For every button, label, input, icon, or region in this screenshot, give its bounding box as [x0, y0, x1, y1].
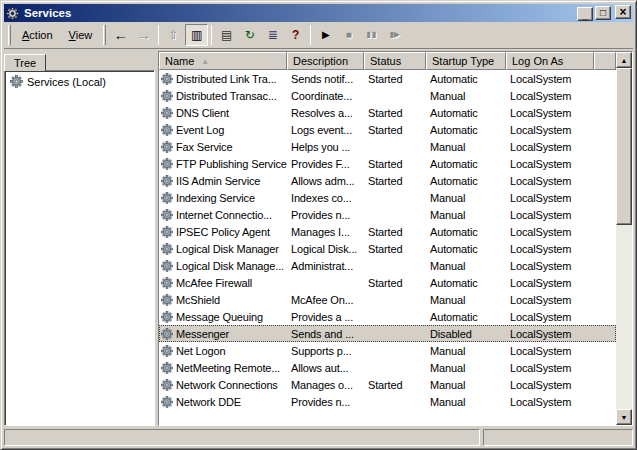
table-row[interactable]: NetMeeting Remote...Allows aut...ManualL… [159, 359, 616, 376]
close-button[interactable]: × [615, 5, 631, 19]
table-row[interactable]: IIS Admin ServiceAllows adm...StartedAut… [159, 172, 616, 189]
cell-log-on-as: LocalSystem [506, 362, 616, 374]
table-row[interactable]: Distributed Transac...Coordinate...Manua… [159, 87, 616, 104]
table-row[interactable]: Net LogonSupports p...ManualLocalSystem [159, 342, 616, 359]
table-row[interactable]: FTP Publishing ServiceProvides F...Start… [159, 155, 616, 172]
scroll-down-button[interactable]: ▼ [616, 409, 632, 425]
forward-button[interactable]: → [132, 24, 155, 46]
cell-name: Distributed Transac... [159, 90, 287, 102]
services-window: Services _□× ActionView ←→⇧▥▤↻≣?▶■▮▮▮▶ T… [0, 0, 637, 450]
service-name: Message Queuing [176, 311, 263, 323]
list-body: Distributed Link Tra...Sends notif...Sta… [159, 70, 616, 425]
table-row[interactable]: Internet Connectio...Provides n...Manual… [159, 206, 616, 223]
cell-log-on-as: LocalSystem [506, 379, 616, 391]
show-hide-console-tree-icon: ▥ [191, 29, 202, 41]
column-header-status[interactable]: Status [364, 52, 426, 70]
service-gear-icon [161, 141, 173, 153]
table-row[interactable]: Distributed Link Tra...Sends notif...Sta… [159, 70, 616, 87]
cell-log-on-as: LocalSystem [506, 124, 616, 136]
back-button[interactable]: ← [109, 24, 132, 46]
up-one-level-button[interactable]: ⇧ [162, 24, 185, 46]
sort-ascending-icon: ▲ [201, 57, 209, 66]
tab-tree[interactable]: Tree [4, 54, 46, 71]
table-row[interactable]: IPSEC Policy AgentManages I...StartedAut… [159, 223, 616, 240]
title-bar[interactable]: Services _□× [4, 4, 633, 22]
service-gear-icon [161, 260, 173, 272]
cell-description: Provides a ... [287, 311, 364, 323]
table-row[interactable]: McAfee FirewallStartedAutomaticLocalSyst… [159, 274, 616, 291]
tree-item-services-local[interactable]: Services (Local) [5, 71, 154, 90]
service-gear-icon [161, 243, 173, 255]
menu-view[interactable]: View [61, 25, 101, 45]
cell-name: McAfee Firewall [159, 277, 287, 289]
pause-service-button[interactable]: ▮▮ [360, 24, 383, 46]
list-main: Name▲DescriptionStatusStartup TypeLog On… [159, 52, 616, 425]
cell-status: Started [364, 73, 426, 85]
service-name: Indexing Service [176, 192, 255, 204]
up-one-level-icon: ⇧ [169, 29, 179, 41]
band-grip[interactable] [103, 25, 106, 45]
status-bar [4, 426, 633, 446]
cell-log-on-as: LocalSystem [506, 396, 616, 408]
cell-name: IIS Admin Service [159, 175, 287, 187]
service-gear-icon [161, 328, 173, 340]
table-row[interactable]: Indexing ServiceIndexes co...ManualLocal… [159, 189, 616, 206]
cell-description: Provides n... [287, 396, 364, 408]
tree-view: Services (Local) [4, 70, 155, 426]
scroll-up-button[interactable]: ▲ [616, 52, 632, 68]
help-icon: ? [292, 29, 299, 41]
service-gear-icon [161, 192, 173, 204]
start-service-button[interactable]: ▶ [314, 24, 337, 46]
service-gear-icon [161, 311, 173, 323]
cell-startup-type: Automatic [426, 158, 506, 170]
scrollbar-thumb[interactable] [616, 68, 632, 225]
cell-startup-type: Automatic [426, 243, 506, 255]
scrollbar-track[interactable] [616, 68, 632, 409]
service-gear-icon [161, 175, 173, 187]
table-row[interactable]: Fax ServiceHelps you ...ManualLocalSyste… [159, 138, 616, 155]
cell-description: Coordinate... [287, 90, 364, 102]
minimize-button[interactable]: _ [577, 7, 593, 21]
service-name: NetMeeting Remote... [176, 362, 280, 374]
table-row[interactable]: MessengerSends and ...DisabledLocalSyste… [159, 325, 616, 342]
table-row[interactable]: Event LogLogs event...StartedAutomaticLo… [159, 121, 616, 138]
column-header-log-on-as[interactable]: Log On As [506, 52, 594, 70]
table-row[interactable]: DNS ClientResolves a...StartedAutomaticL… [159, 104, 616, 121]
cell-name: Logical Disk Manager [159, 243, 287, 255]
main-area: Tree Services (Local) Name▲DescriptionSt… [4, 49, 633, 426]
export-list-button[interactable]: ≣ [261, 24, 284, 46]
cell-name: IPSEC Policy Agent [159, 226, 287, 238]
column-header-description[interactable]: Description [287, 52, 364, 70]
restart-service-button[interactable]: ▮▶ [383, 24, 406, 46]
cell-startup-type: Automatic [426, 277, 506, 289]
service-name: Distributed Link Tra... [176, 73, 276, 85]
cell-description: Manages o... [287, 379, 364, 391]
table-row[interactable]: Network DDEProvides n...ManualLocalSyste… [159, 393, 616, 410]
band-grip[interactable] [8, 25, 11, 45]
table-row[interactable]: McShieldMcAfee On...ManualLocalSystem [159, 291, 616, 308]
toolbar-separator [158, 25, 159, 45]
column-label: Startup Type [432, 55, 494, 67]
table-row[interactable]: Logical Disk Manage...Administrat...Manu… [159, 257, 616, 274]
maximize-button[interactable]: □ [595, 6, 611, 20]
cell-status: Started [364, 379, 426, 391]
help-button[interactable]: ? [284, 24, 307, 46]
vertical-scrollbar: ▲ ▼ [616, 52, 632, 425]
stop-service-button[interactable]: ■ [337, 24, 360, 46]
properties-button[interactable]: ▤ [215, 24, 238, 46]
refresh-icon: ↻ [245, 29, 255, 41]
toolbar: ←→⇧▥▤↻≣?▶■▮▮▮▶ [109, 24, 632, 46]
cell-log-on-as: LocalSystem [506, 107, 616, 119]
cell-log-on-as: LocalSystem [506, 209, 616, 221]
table-row[interactable]: Network ConnectionsManages o...StartedMa… [159, 376, 616, 393]
table-row[interactable]: Message QueuingProvides a ...AutomaticLo… [159, 308, 616, 325]
refresh-button[interactable]: ↻ [238, 24, 261, 46]
menu-action[interactable]: Action [14, 25, 61, 45]
service-gear-icon [161, 379, 173, 391]
close-icon: × [619, 6, 626, 18]
show-hide-console-tree-button[interactable]: ▥ [185, 24, 208, 46]
cell-startup-type: Manual [426, 362, 506, 374]
table-row[interactable]: Logical Disk ManagerLogical Disk...Start… [159, 240, 616, 257]
column-header-name[interactable]: Name▲ [159, 52, 287, 70]
column-header-startup-type[interactable]: Startup Type [426, 52, 506, 70]
